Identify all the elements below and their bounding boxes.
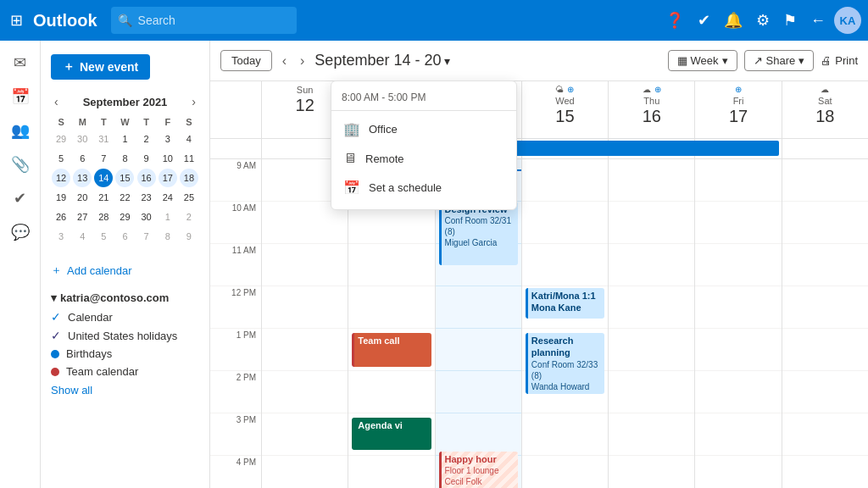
- mini-day[interactable]: 30: [137, 208, 156, 226]
- calendar-team[interactable]: Team calendar: [51, 363, 199, 380]
- popup-office-option[interactable]: 🏢 Office: [331, 114, 516, 144]
- popup-remote-option[interactable]: 🖥 Remote: [331, 144, 516, 173]
- next-week-button[interactable]: ›: [297, 50, 308, 72]
- mini-day[interactable]: 6: [73, 149, 92, 168]
- print-button[interactable]: 🖨 Print: [821, 54, 858, 67]
- date-range-display[interactable]: September 14 - 20 ▾: [314, 52, 450, 69]
- happy-hour-event[interactable]: Happy hour Floor 1 lounge Cecil Folk: [439, 452, 518, 488]
- mini-calendar: ‹ September 2021 › S M T W T F S 29 30 3…: [41, 86, 209, 252]
- sidebar-item-people[interactable]: 👥: [5, 115, 36, 146]
- mini-day[interactable]: 22: [115, 188, 134, 207]
- sidebar-item-calendar[interactable]: 📅: [5, 81, 36, 112]
- mini-day[interactable]: 26: [52, 208, 70, 226]
- mini-day[interactable]: 1: [159, 208, 177, 226]
- mini-day[interactable]: 5: [94, 227, 113, 246]
- mini-day[interactable]: 15: [115, 169, 134, 187]
- katri-mona-event[interactable]: Katri/Mona 1:1 Mona Kane: [526, 288, 604, 319]
- topbar-icons: ❓ ✔ 🔔 ⚙ ⚑ ← KA: [660, 6, 861, 35]
- calendar-calendar[interactable]: ✓ Calendar: [51, 308, 199, 326]
- mini-day[interactable]: 4: [180, 130, 198, 148]
- main-area: ✉ 📅 👥 📎 ✔ 💬 ＋ New event ‹ September 2021…: [0, 41, 868, 488]
- mini-day[interactable]: 7: [94, 149, 113, 168]
- mini-day[interactable]: 12: [52, 169, 70, 187]
- mini-day[interactable]: 29: [115, 208, 134, 226]
- mini-day[interactable]: 1: [115, 130, 134, 148]
- mini-day[interactable]: 9: [180, 227, 198, 246]
- mini-cal-prev[interactable]: ‹: [51, 93, 62, 110]
- mini-day[interactable]: 3: [52, 227, 70, 246]
- show-all-calendars[interactable]: Show all: [51, 380, 199, 400]
- cloud-icon: 🌤: [555, 85, 564, 94]
- time-slot-4pm: 4 PM: [210, 456, 261, 488]
- mini-day[interactable]: 5: [52, 149, 70, 168]
- calendar-us-holidays[interactable]: ✓ United States holidays: [51, 326, 199, 345]
- feedback-icon[interactable]: ←: [805, 7, 831, 35]
- apps-icon[interactable]: ⊞: [7, 8, 26, 33]
- mini-day[interactable]: 18: [180, 169, 198, 187]
- mini-day[interactable]: 29: [52, 130, 70, 148]
- mini-day[interactable]: 25: [180, 188, 198, 207]
- search-input[interactable]: [111, 7, 297, 34]
- research-planning-event[interactable]: Research planning Conf Room 32/33 (8) Wa…: [526, 333, 604, 394]
- mini-day[interactable]: 2: [180, 208, 198, 226]
- my-calendars-header[interactable]: ▾ katria@contoso.com: [51, 288, 199, 308]
- allday-label: [210, 139, 261, 158]
- mini-cal-next[interactable]: ›: [188, 93, 199, 110]
- mini-day[interactable]: 10: [159, 149, 177, 168]
- mini-day[interactable]: 2: [137, 130, 156, 148]
- mini-day[interactable]: 11: [180, 149, 198, 168]
- mini-day[interactable]: 8: [115, 149, 134, 168]
- mini-day[interactable]: 28: [94, 208, 113, 226]
- mini-day[interactable]: 7: [137, 227, 156, 246]
- calendar-schedule-icon: 📅: [343, 180, 360, 196]
- check-icon[interactable]: ✔: [693, 6, 715, 35]
- today-button[interactable]: Today: [220, 50, 272, 71]
- mini-day[interactable]: 24: [159, 188, 177, 207]
- week-view-button[interactable]: ▦ Week ▾: [668, 50, 737, 71]
- sidebar-item-files[interactable]: 📎: [5, 149, 36, 180]
- chevron-down-icon: ▾: [51, 291, 57, 304]
- mini-day[interactable]: 16: [137, 169, 156, 187]
- mini-day-today[interactable]: 14: [94, 169, 113, 187]
- help-icon[interactable]: ❓: [660, 6, 689, 35]
- monitor-icon: 🖥: [343, 151, 357, 166]
- mini-day[interactable]: 6: [115, 227, 134, 246]
- mini-day[interactable]: 3: [159, 130, 177, 148]
- bell-icon[interactable]: 🔔: [719, 6, 748, 35]
- team-call-event[interactable]: Team call: [352, 333, 431, 367]
- mini-day[interactable]: 4: [73, 227, 92, 246]
- settings-icon[interactable]: ⚙: [751, 6, 775, 35]
- mini-day[interactable]: 27: [73, 208, 92, 226]
- calendar-dot: [51, 368, 59, 376]
- mini-day[interactable]: 23: [137, 188, 156, 207]
- mini-day[interactable]: 31: [94, 130, 113, 148]
- share-button[interactable]: ↗ Share ▾: [744, 50, 815, 71]
- sidebar-item-mail[interactable]: ✉: [5, 47, 36, 78]
- flag-icon[interactable]: ⚑: [778, 6, 802, 35]
- location-plus[interactable]: ⊕: [567, 85, 574, 94]
- sidebar-item-chat[interactable]: 💬: [5, 217, 36, 247]
- mini-day[interactable]: 17: [159, 169, 177, 187]
- prev-week-button[interactable]: ‹: [279, 50, 290, 72]
- header-day-wed: 🌤 ⊕ Wed 15: [521, 81, 608, 138]
- sidebar-item-tasks[interactable]: ✔: [5, 183, 36, 214]
- location-plus[interactable]: ⊕: [735, 85, 742, 94]
- mini-day[interactable]: 20: [73, 188, 92, 207]
- calendar-birthdays[interactable]: Birthdays: [51, 345, 199, 363]
- mini-day[interactable]: 9: [137, 149, 156, 168]
- avatar[interactable]: KA: [834, 7, 861, 34]
- new-event-button[interactable]: ＋ New event: [51, 54, 150, 80]
- agenda-event[interactable]: Agenda vi: [352, 418, 431, 450]
- time-slot-10am: 10 AM: [210, 202, 261, 244]
- mini-day[interactable]: 8: [159, 227, 177, 246]
- add-calendar-button[interactable]: ＋ Add calendar: [51, 259, 199, 281]
- mini-cal-title[interactable]: September 2021: [83, 96, 168, 108]
- design-review-event[interactable]: Design review Conf Room 32/31 (8) Miguel…: [439, 202, 518, 265]
- location-plus[interactable]: ⊕: [654, 85, 661, 94]
- popup-schedule-option[interactable]: 📅 Set a schedule: [331, 173, 516, 202]
- mini-day[interactable]: 30: [73, 130, 92, 148]
- mini-day[interactable]: 21: [94, 188, 113, 207]
- day-col-fri: [694, 159, 781, 488]
- mini-day[interactable]: 19: [52, 188, 70, 207]
- mini-day[interactable]: 13: [73, 169, 92, 187]
